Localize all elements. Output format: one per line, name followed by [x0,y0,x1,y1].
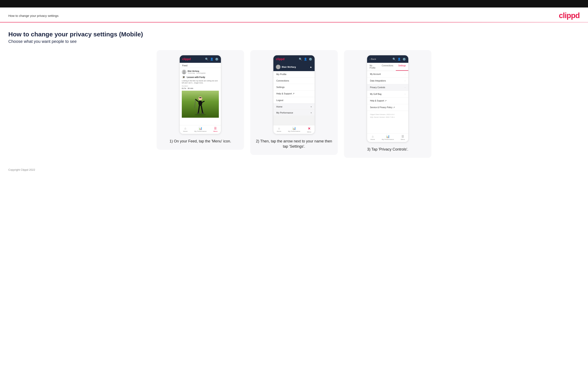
tab-connections[interactable]: Connections [379,63,396,71]
duration-value: 01 hr : 30 min [182,87,219,89]
performance-icon-3: 📊 [386,135,389,138]
menu-section-home[interactable]: Home ▾ [273,104,315,109]
section-home-label: Home [276,105,282,108]
menu-icon: ☰ [214,127,217,130]
phone-2-bottomnav: ⌂ Home 📊 My Performance ✕ Menu [273,125,315,134]
menu-icon-3: ☰ [401,135,404,138]
nav-home-3: ⌂ Home [370,135,375,141]
logo: clippd [559,11,580,20]
phone-1-icons: 🔍 👤 ⚙️ [205,58,218,61]
section-performance-label: My Performance [276,111,293,114]
menu-item-settings[interactable]: Settings [273,84,315,91]
phone-2-topbar: clippd 🔍 👤 ⚙️ [273,55,315,63]
feed-post: Blair McHarg Yesterday · Sunningdale 🎓 L… [180,68,221,119]
steps-row: clippd 🔍 👤 ⚙️ Feed [8,50,580,158]
serviceprivacy-label: Service & Privacy Policy ↗ [370,106,395,108]
step-3-card: ‹ Back 🔍 👤 ⚙️ My Profile Connections Set… [344,50,432,158]
svg-point-11 [202,112,204,114]
menu-section-performance[interactable]: My Performance ▾ [273,109,315,116]
nav-performance: 📊 My Performance [194,127,207,133]
step-1-desc: 1) On your Feed, tap the 'Menu' icon. [170,139,231,144]
performance-icon: 📊 [199,127,202,130]
home-icon-2: ⌂ [278,127,280,130]
menu-avatar [276,65,280,69]
post-user-info: Blair McHarg Yesterday · Sunningdale [188,70,206,74]
header: How to change your privacy settings clip… [0,8,588,22]
version-line2: GQL Server Version: 2022.7.30-1 [370,116,405,119]
nav-performance-label: My Performance [194,130,207,132]
post-meta: Yesterday · Sunningdale [188,72,206,74]
svg-line-7 [195,99,196,108]
main-content: How to change your privacy settings (Mob… [0,23,588,162]
mygolfbag-label: My Golf Bag [370,93,381,95]
nav-performance-label-3: My Performance [382,139,394,140]
nav-menu-3: ☰ Menu [401,135,405,141]
nav-menu-label-2: Menu [307,131,311,133]
phone-3-icons: 🔍 👤 ⚙️ [392,58,406,61]
page-subheading: Choose what you want people to see [8,39,580,44]
menu-item-helpsupport[interactable]: Help & Support ↗ [273,91,315,97]
user-icon: 👤 [210,58,213,61]
phone-2-icons: 🔍 👤 ⚙️ [299,58,312,61]
phone-1-bottomnav: ⌂ Home 📊 My Performance ☰ Menu [180,125,221,134]
footer: Copyright Clippd 2022 [0,162,588,178]
nav-home-label: Home [183,130,187,132]
golf-image [182,91,219,118]
settings-item-myaccount[interactable]: My Account › [367,71,408,78]
chevron-performance: ▾ [311,112,312,114]
privacycontrols-label: Privacy Controls [370,86,385,89]
settings-tabs: My Profile Connections Settings [367,63,408,71]
home-icon: ⌂ [184,127,186,130]
nav-performance-label-2: My Performance [288,130,300,132]
menu-item-connections[interactable]: Connections [273,78,315,84]
nav-menu: ☰ Menu [213,127,218,133]
nav-home-label-2: Home [277,130,281,132]
step-2-phone: clippd 🔍 👤 ⚙️ [273,55,315,134]
step-1-phone: clippd 🔍 👤 ⚙️ Feed [180,55,221,134]
nav-performance-2: 📊 My Performance [288,127,300,133]
nav-home-label-3: Home [370,139,375,140]
settings-item-serviceprivacy[interactable]: Service & Privacy Policy ↗ [367,104,408,111]
chevron-home: ▾ [311,106,312,108]
settings-item-dataintegrations[interactable]: Data Integrations › [367,78,408,84]
tab-myprofile[interactable]: My Profile [367,63,379,71]
performance-icon-2: 📊 [292,127,296,130]
nav-menu-2: ✕ Menu [307,127,311,133]
phone-2-logo: clippd [276,57,285,61]
user-icon-2: 👤 [304,58,307,61]
menu-user-name: Blair McHarg [276,65,296,69]
chevron-privacycontrols: › [405,86,405,89]
helpsupport-label: Help & Support ↗ [370,100,386,102]
nav-menu-label-3: Menu [401,139,405,140]
menu-item-logout[interactable]: Logout [273,97,315,104]
menu-item-myprofile[interactable]: My Profile [273,71,315,78]
settings-version: Clippd Client Version: 2022.8.3-3 GQL Se… [367,111,408,121]
step-3-phone: ‹ Back 🔍 👤 ⚙️ My Profile Connections Set… [367,55,408,142]
settings-icon-2: ⚙️ [309,58,312,61]
svg-point-0 [183,70,185,72]
back-button[interactable]: ‹ Back [370,58,376,60]
menu-chevron-up: ▲ [310,66,312,68]
chevron-mygolfbag: › [405,93,405,95]
lesson-title: Lesson with Fordy [187,76,205,78]
step-2-desc: 2) Then, tap the arrow next to your name… [254,139,334,149]
phone-1-topbar: clippd 🔍 👤 ⚙️ [180,55,221,63]
tab-settings[interactable]: Settings [396,63,408,71]
settings-item-privacycontrols[interactable]: Privacy Controls › [367,84,408,91]
search-icon-2: 🔍 [299,58,302,61]
chevron-myaccount: › [405,73,405,75]
phone-3-bottomnav: ⌂ Home 📊 My Performance ☰ Menu [367,133,408,142]
header-title: How to change your privacy settings [8,14,59,17]
phone-1-logo: clippd [182,57,191,61]
step-1-card: clippd 🔍 👤 ⚙️ Feed [156,50,244,150]
page-heading: How to change your privacy settings (Mob… [8,31,580,38]
svg-line-8 [199,106,199,113]
settings-item-helpsupport[interactable]: Help & Support ↗ [367,98,408,104]
search-icon-3: 🔍 [392,58,396,61]
settings-item-mygolfbag[interactable]: My Golf Bag › [367,91,408,98]
post-username: Blair McHarg [188,70,206,72]
top-bar [0,0,588,8]
svg-line-9 [201,106,203,113]
svg-point-1 [182,72,186,74]
phone-1-content: Feed Blair McHarg Yesterday · Sunningdal… [180,63,221,125]
